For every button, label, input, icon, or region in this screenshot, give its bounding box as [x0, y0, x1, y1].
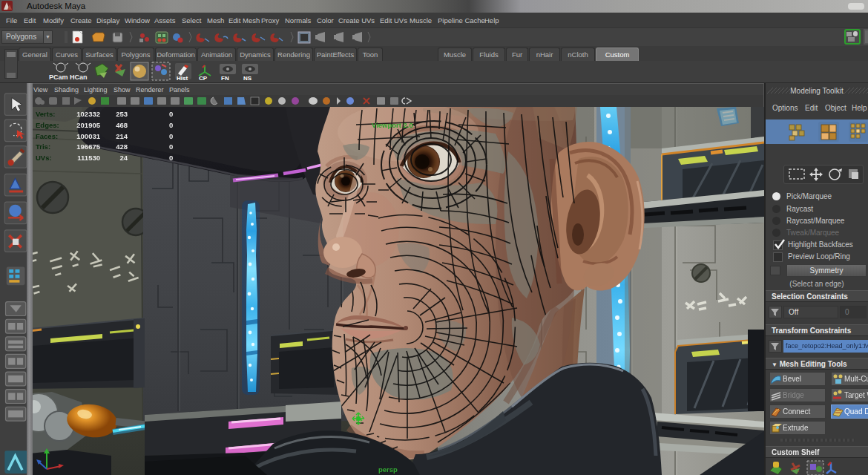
svg-text:FN: FN: [221, 75, 229, 82]
svg-text:UVs:: UVs:: [36, 154, 52, 162]
svg-text:NS: NS: [243, 75, 252, 82]
svg-text:0: 0: [169, 132, 173, 140]
svg-text:0: 0: [169, 142, 173, 151]
svg-text:Faces:: Faces:: [36, 132, 58, 140]
svg-text:0: 0: [169, 110, 173, 118]
svg-text:Viewport 2.0: Viewport 2.0: [372, 121, 413, 129]
svg-text:468: 468: [116, 121, 128, 129]
svg-text:Tris:: Tris:: [36, 142, 50, 151]
svg-text:0: 0: [169, 121, 173, 129]
svg-text:428: 428: [116, 142, 128, 151]
svg-text:Edges:: Edges:: [36, 121, 59, 129]
svg-text:0: 0: [169, 154, 173, 162]
svg-text:201905: 201905: [76, 121, 100, 129]
svg-text:24: 24: [119, 154, 128, 162]
svg-text:CP: CP: [199, 75, 208, 82]
svg-text:253: 253: [116, 110, 128, 118]
svg-text:196675: 196675: [76, 142, 100, 151]
svg-text:214: 214: [116, 132, 128, 140]
svg-text:102332: 102332: [76, 110, 100, 118]
svg-text:Hist: Hist: [177, 75, 188, 82]
svg-text:111530: 111530: [77, 154, 100, 162]
svg-text:Verts:: Verts:: [36, 110, 55, 118]
svg-text:PCam HCan: PCam HCan: [49, 73, 88, 81]
svg-text:100031: 100031: [76, 132, 100, 140]
svg-text:persp: persp: [378, 465, 398, 474]
